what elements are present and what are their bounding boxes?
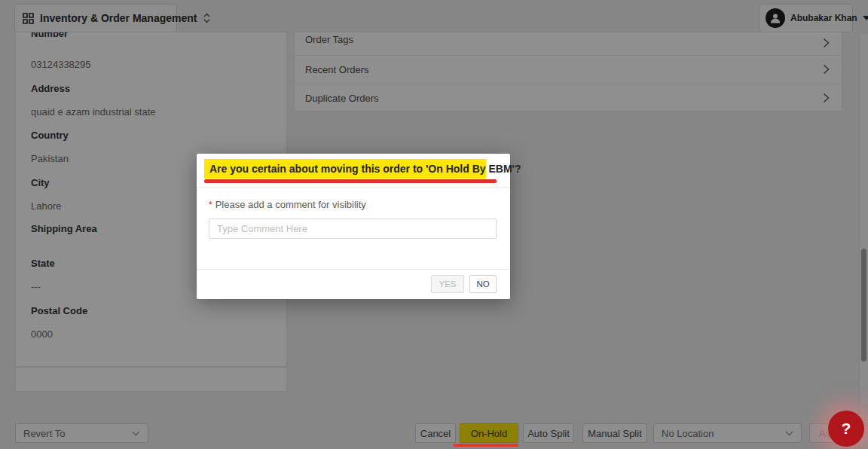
- confirmation-dialog: Are you certain about moving this order …: [197, 154, 510, 299]
- question-mark-icon: ?: [842, 420, 851, 438]
- dialog-title-highlight: Are you certain about moving this order …: [204, 159, 486, 179]
- dialog-title: Are you certain about moving this order …: [209, 163, 521, 175]
- comment-input[interactable]: [209, 218, 497, 239]
- no-button[interactable]: NO: [469, 275, 497, 293]
- dialog-header-divider: [197, 187, 510, 188]
- required-asterisk: *: [209, 200, 212, 210]
- comment-required-label: *Please add a comment for visibility: [209, 199, 366, 210]
- help-button[interactable]: ?: [828, 411, 864, 447]
- yes-button[interactable]: YES: [431, 275, 464, 293]
- dialog-footer-divider: [197, 269, 510, 270]
- dialog-title-annotation-underline: [204, 179, 497, 183]
- on-hold-annotation-underline: [454, 444, 518, 447]
